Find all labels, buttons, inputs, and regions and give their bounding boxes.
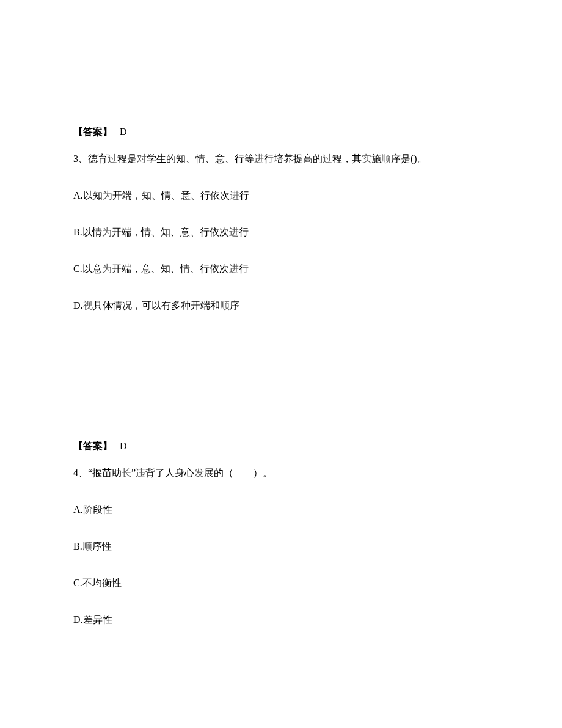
question-3-option-d: D.视具体情况，可以有多种开端和顺序 [73,296,489,315]
opt-text: 阶 [83,504,93,515]
answer-value: D [120,127,127,137]
question-3-option-c: C.以意为开端，意、知、情、行依次进行 [73,259,489,279]
opt-text: C.不均衡性 [73,578,122,588]
opt-text: 进 [229,263,239,274]
question-3-option-a: A.以知为开端，知、情、意、行依次进行 [73,186,489,205]
opt-text: 为 [102,263,112,274]
opt-text: 为 [102,227,112,237]
opt-text: C.以意 [73,263,102,274]
q3-text: 行培养提高的 [264,153,323,164]
q3-text: 德育 [88,153,108,164]
answer-block-3: 【答案】D [73,436,489,456]
q4-text: “揠苗助 [88,468,122,478]
q3-number: 3、 [73,153,88,164]
question-4-option-b: B.顺序性 [73,537,489,556]
opt-text: 段性 [93,504,112,515]
q3-text: 进 [254,153,264,164]
q4-text: 展的（ ）。 [204,468,272,478]
opt-text: 为 [103,190,112,200]
opt-text: 行 [239,190,249,200]
opt-text: 序性 [92,541,112,551]
opt-text: 行 [239,263,249,274]
answer-value: D [120,441,127,451]
q4-number: 4、 [73,468,88,478]
opt-text: 视 [83,300,93,311]
opt-text: 顺 [82,541,92,551]
opt-text: B. [73,541,82,551]
q3-text: 施 [371,153,381,164]
spacer [73,333,489,436]
opt-text: 开端，知、情、意、行依次 [112,190,230,200]
question-4-option-c: C.不均衡性 [73,573,489,593]
q3-text: 序是()。 [391,153,427,164]
q4-text: 背了人身心 [145,468,194,478]
opt-text: 序 [230,300,239,311]
opt-text: D. [73,300,83,311]
q3-text: 过 [323,153,332,164]
answer-block-2: 【答案】D [73,122,489,142]
question-3-stem: 3、德育过程是对学生的知、情、意、行等进行培养提高的过程，其实施顺序是()。 [73,149,489,169]
q3-text: 实 [362,153,371,164]
opt-text: 具体情况，可以有多种开端和 [93,300,220,311]
q3-text: 程，其 [332,153,362,164]
question-4-stem: 4、“揠苗助长”违背了人身心发展的（ ）。 [73,463,489,483]
document-content: 【答案】D 3、德育过程是对学生的知、情、意、行等进行培养提高的过程，其实施顺序… [0,0,562,630]
answer-label: 【答案】 [73,441,112,451]
opt-text: B.以情 [73,227,102,237]
answer-label: 【答案】 [73,127,112,137]
opt-text: 进 [229,227,239,237]
opt-text: D.差异性 [73,614,112,625]
opt-text: 进 [230,190,239,200]
q3-text: 过 [108,153,117,164]
question-4-option-a: A.阶段性 [73,500,489,520]
opt-text: 开端，意、知、情、行依次 [112,263,229,274]
q4-text: 违 [136,468,145,478]
opt-text: A. [73,504,83,515]
opt-text: 开端，情、知、意、行依次 [112,227,229,237]
q4-text: 长 [122,468,131,478]
question-4-option-d: D.差异性 [73,610,489,630]
q3-text: 顺 [381,153,391,164]
question-3-option-b: B.以情为开端，情、知、意、行依次进行 [73,222,489,242]
opt-text: 顺 [220,300,230,311]
opt-text: 行 [239,227,249,237]
opt-text: A.以知 [73,190,103,200]
q3-text: 学生的知、情、意、行等 [147,153,254,164]
q3-text: 程是 [117,153,137,164]
q3-text: 对 [137,153,147,164]
q4-text: 发 [194,468,204,478]
